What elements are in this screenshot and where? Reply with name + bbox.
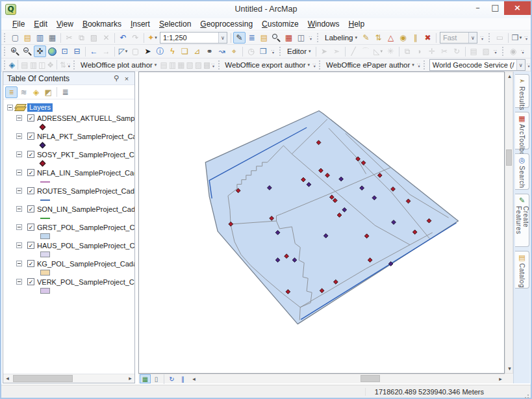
list-by-source-icon[interactable]: ≋ bbox=[18, 86, 30, 98]
list-by-visibility-icon[interactable]: ◈ bbox=[30, 86, 42, 98]
layer-item[interactable]: ✓NFLA_LIN_SampleProject_Cadaste bbox=[16, 168, 134, 186]
layer-name[interactable]: KG_POL_SampleProject_Cadaster_ bbox=[37, 260, 134, 268]
plot-new-icon[interactable]: ▤ bbox=[159, 59, 168, 71]
cut-polygons-icon[interactable]: ⧉ bbox=[401, 45, 414, 57]
go-forward-extent-icon[interactable]: → bbox=[100, 45, 112, 57]
viewer-link-alt-icon[interactable]: ▥ bbox=[29, 59, 38, 71]
weboffice-epaper-author-menu[interactable]: WebOffice ePaper author▾ bbox=[323, 60, 417, 70]
dock-tab-arctoolbox[interactable]: ▦ArcToolbox bbox=[515, 112, 529, 149]
toolbar-overflow-button[interactable]: ▾ bbox=[417, 59, 421, 71]
pin-icon[interactable]: ⚲ bbox=[111, 74, 121, 83]
layer-symbol-fill[interactable] bbox=[40, 270, 50, 276]
toolbar-overflow-button[interactable]: ▾ bbox=[270, 45, 277, 57]
plot-settings-icon[interactable]: ▩ bbox=[203, 59, 211, 71]
menu-customize[interactable]: Customize bbox=[257, 19, 303, 29]
stop-labeling-icon[interactable]: ✖ bbox=[422, 32, 434, 44]
layer-visibility-checkbox[interactable]: ✓ bbox=[27, 114, 34, 122]
toolbar-overflow-button[interactable]: ▾ bbox=[479, 32, 486, 44]
map-vertical-scrollbar[interactable]: ▴ ▾ bbox=[505, 71, 513, 374]
toolbar-overflow-button[interactable]: ▾ bbox=[211, 59, 215, 71]
hyperlink-icon[interactable]: ϟ bbox=[166, 45, 179, 57]
layer-name[interactable]: NFLA_LIN_SampleProject_Cadaste bbox=[37, 169, 134, 177]
plot-save-icon[interactable]: ▦ bbox=[177, 59, 185, 71]
labeling-menu[interactable]: Labeling▾ bbox=[322, 33, 360, 42]
collapse-icon[interactable] bbox=[16, 279, 22, 285]
open-folder-icon[interactable]: ▤ bbox=[21, 32, 34, 44]
menu-windows[interactable]: Windows bbox=[303, 19, 344, 29]
toolbar-grip[interactable] bbox=[424, 60, 426, 70]
move-feature-icon[interactable]: ✛ bbox=[426, 45, 438, 57]
toc-scroll-thumb[interactable] bbox=[13, 375, 73, 382]
layer-item[interactable]: ✓ROUTES_SampleProject_Cadaster_ bbox=[16, 186, 134, 204]
layer-item[interactable]: ✓HAUS_POL_SampleProject_Cadast bbox=[16, 240, 134, 259]
swap-layers-icon[interactable]: ⇅ bbox=[59, 59, 67, 71]
menu-bookmarks[interactable]: Bookmarks bbox=[78, 19, 126, 29]
toolbar-overflow-button[interactable]: ▾ bbox=[520, 45, 527, 57]
toolbar-overflow-button[interactable]: ▾ bbox=[523, 32, 530, 44]
dock-tab-create-features[interactable]: ✎Create Features bbox=[515, 194, 529, 247]
collapse-icon[interactable] bbox=[16, 151, 22, 157]
split-tool-icon[interactable]: ✂ bbox=[438, 45, 451, 57]
layer-item[interactable]: ✓NFLA_PKT_SampleProject_Cadaste bbox=[16, 131, 134, 149]
toolbar-overflow-button[interactable]: ▾ bbox=[312, 59, 316, 71]
menu-help[interactable]: Help bbox=[344, 19, 369, 29]
menu-file[interactable]: File bbox=[8, 19, 29, 29]
toolbar-grip[interactable] bbox=[488, 33, 492, 42]
lock-labels-icon[interactable]: ◉ bbox=[397, 32, 409, 44]
edit-tool-icon[interactable]: ➤ bbox=[318, 45, 331, 57]
arctoolbox-window-icon[interactable]: ▦ bbox=[283, 32, 295, 44]
dock-tab-search[interactable]: ◎Search bbox=[515, 153, 529, 190]
pause-drawing-button[interactable]: ∥ bbox=[177, 374, 188, 383]
layer-visibility-checkbox[interactable]: ✓ bbox=[27, 169, 34, 176]
list-by-drawing-order-icon[interactable]: ≡ bbox=[5, 86, 18, 98]
toolbar-grip[interactable] bbox=[317, 33, 320, 42]
collapse-icon[interactable] bbox=[16, 170, 22, 175]
endpoint-arc-segment-icon[interactable]: ⌒ bbox=[360, 45, 372, 57]
catalog-window-icon[interactable]: ▤ bbox=[258, 32, 270, 44]
layer-name[interactable]: GRST_POL_SampleProject_Cadaste bbox=[37, 224, 134, 231]
fixed-zoom-in-icon[interactable]: ⊡ bbox=[58, 45, 71, 57]
find-route-icon[interactable]: ↝ bbox=[216, 45, 228, 57]
resize-grip[interactable] bbox=[527, 394, 529, 396]
layer-name[interactable]: HAUS_POL_SampleProject_Cadast bbox=[37, 242, 134, 250]
search-window-icon[interactable] bbox=[270, 32, 283, 44]
layer-item[interactable]: ✓ADRESSEN_AKTUELL_SampleProjec bbox=[16, 113, 134, 131]
table-of-contents-window-icon[interactable]: ≣ bbox=[246, 32, 258, 44]
measure-icon[interactable]: ⊿ bbox=[191, 45, 203, 57]
scroll-left-icon[interactable]: ◂ bbox=[3, 374, 12, 383]
html-popup-icon[interactable]: ❏ bbox=[179, 45, 191, 57]
weboffice-plot-author-menu[interactable]: WebOffice plot author▾ bbox=[78, 60, 159, 70]
new-document-icon[interactable]: ▢ bbox=[9, 32, 21, 44]
plot-open-icon[interactable]: ▥ bbox=[168, 59, 177, 71]
construction-tools-icon[interactable]: ◺▾ bbox=[372, 45, 385, 57]
collapse-icon[interactable] bbox=[16, 242, 22, 248]
layer-item[interactable]: ✓SOSY_PKT_SampleProject_Cadaste bbox=[16, 149, 134, 168]
menu-edit[interactable]: Edit bbox=[29, 19, 52, 29]
print-icon[interactable]: ▦ bbox=[46, 32, 58, 44]
layer-name[interactable]: SOSY_PKT_SampleProject_Cadaste bbox=[37, 151, 134, 159]
zoom-in-icon[interactable]: + bbox=[9, 45, 21, 57]
layer-name[interactable]: NFLA_PKT_SampleProject_Cadaste bbox=[37, 133, 134, 140]
layer-visibility-checkbox[interactable]: ✓ bbox=[27, 133, 34, 140]
scroll-right-icon[interactable]: ▸ bbox=[126, 374, 134, 383]
clear-selected-features-icon[interactable]: ▢ bbox=[129, 45, 142, 57]
find-icon[interactable]: ⚭ bbox=[203, 45, 216, 57]
layer-symbol-fill[interactable] bbox=[40, 288, 50, 294]
layer-visibility-checkbox[interactable]: ✓ bbox=[27, 151, 34, 158]
layer-item[interactable]: ✓SON_LIN_SampleProject_Cadaster_ bbox=[16, 204, 134, 222]
toolbar-grip[interactable] bbox=[218, 60, 221, 70]
open-time-slider-icon[interactable]: ◷ bbox=[245, 45, 257, 57]
cut-icon[interactable]: ✂ bbox=[63, 32, 75, 44]
editor-toolbar-toggle-icon[interactable]: ✎ bbox=[233, 32, 246, 44]
titlebar[interactable]: Q Untitled - ArcMap – □ × bbox=[1, 1, 531, 18]
layer-item[interactable]: ✓GRST_POL_SampleProject_Cadaste bbox=[16, 222, 134, 240]
reshape-feature-icon[interactable]: ◗ bbox=[414, 45, 426, 57]
layer-visibility-checkbox[interactable]: ✓ bbox=[27, 260, 34, 267]
plot-export-icon[interactable]: ▨ bbox=[194, 59, 203, 71]
compare-icon[interactable]: ❖ bbox=[46, 59, 55, 71]
layer-item[interactable]: ✓KG_POL_SampleProject_Cadaster_ bbox=[16, 259, 134, 277]
sketch-properties-icon[interactable]: ▧ bbox=[480, 45, 492, 57]
label-priority-ranking-icon[interactable]: ⇅ bbox=[372, 32, 385, 44]
layer-visibility-checkbox[interactable]: ✓ bbox=[27, 278, 34, 285]
chevron-down-icon[interactable]: ∨ bbox=[516, 60, 525, 70]
